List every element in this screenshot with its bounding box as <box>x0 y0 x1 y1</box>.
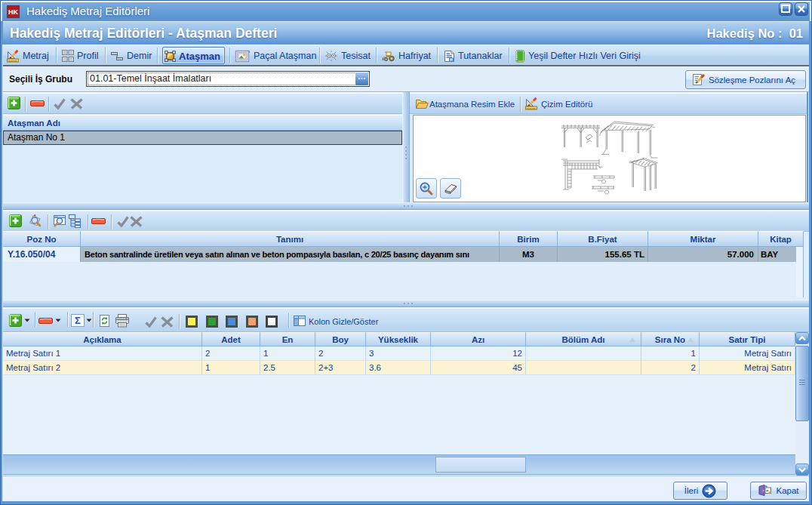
svg-text:Σ: Σ <box>75 315 81 326</box>
